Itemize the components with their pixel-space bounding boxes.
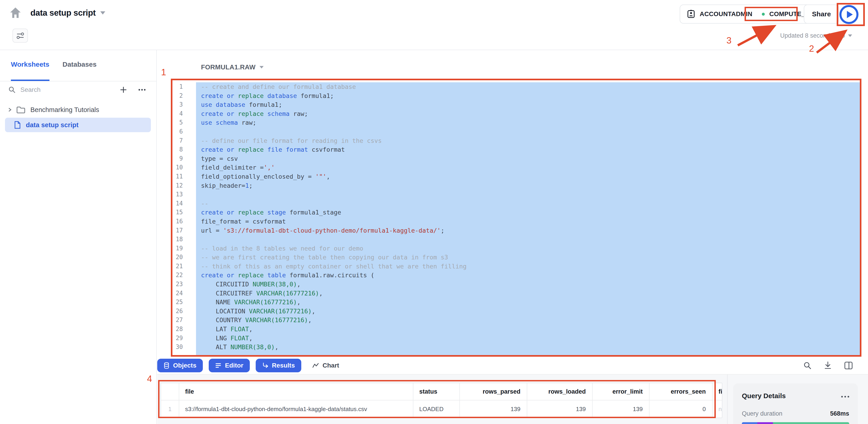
code-text-selected[interactable]: field_optionally_enclosed_by = '"', xyxy=(196,172,860,181)
code-text-selected[interactable]: create or replace schema raw; xyxy=(196,109,860,118)
results-data-row[interactable]: 1s3://formula1-dbt-cloud-python-demo/for… xyxy=(161,400,722,418)
code-text-selected[interactable]: use schema raw; xyxy=(196,118,860,127)
code-text-selected[interactable]: -- xyxy=(196,199,860,208)
code-line[interactable]: 20-- we are first creating the table the… xyxy=(170,253,860,262)
code-text-selected[interactable]: LNG FLOAT, xyxy=(196,334,860,343)
chart-label: Chart xyxy=(322,362,339,369)
code-line[interactable]: 23 CIRCUITID NUMBER(38,0), xyxy=(170,280,860,289)
code-text-selected[interactable]: LAT FLOAT, xyxy=(196,325,860,334)
line-number: 26 xyxy=(170,307,183,316)
code-line[interactable]: 13 xyxy=(170,190,860,199)
code-text-selected[interactable]: create or replace database formula1; xyxy=(196,91,860,100)
line-number: 10 xyxy=(170,163,183,172)
more-options-icon[interactable] xyxy=(138,86,146,94)
split-view-icon[interactable] xyxy=(844,361,853,370)
tab-worksheets[interactable]: Worksheets xyxy=(11,61,50,81)
chart-tab[interactable]: Chart xyxy=(312,362,339,369)
tree-folder-benchmarking-tutorials[interactable]: Benchmarking Tutorials xyxy=(0,103,156,117)
code-line[interactable]: 28 LAT FLOAT, xyxy=(170,325,860,334)
code-text-selected[interactable]: -- load in the 8 tables we need for our … xyxy=(196,244,860,253)
results-button[interactable]: Results xyxy=(256,359,301,372)
code-text-selected[interactable]: CIRCUITID NUMBER(38,0), xyxy=(196,280,860,289)
code-line[interactable]: 5use schema raw; xyxy=(170,118,860,127)
code-line[interactable]: 9type = csv xyxy=(170,154,860,163)
code-line[interactable]: 3use database formula1; xyxy=(170,100,860,109)
code-line[interactable]: 16file_format = csvformat xyxy=(170,217,860,226)
column-header-rows_loaded: rows_loaded xyxy=(527,383,593,400)
code-text-selected[interactable] xyxy=(196,235,860,244)
code-line[interactable]: 18 xyxy=(170,235,860,244)
code-line[interactable]: 15create or replace stage formula1_stage xyxy=(170,208,860,217)
code-line[interactable]: 12skip_header=1; xyxy=(170,181,860,190)
code-text-selected[interactable]: skip_header=1; xyxy=(196,181,860,190)
code-line[interactable]: 21-- think of this as an empty container… xyxy=(170,262,860,271)
worksheet-title-menu[interactable]: data setup script xyxy=(30,8,105,18)
role-label: ACCOUNTADMIN xyxy=(700,10,752,18)
tab-databases[interactable]: Databases xyxy=(63,61,97,81)
warehouse-status-dot xyxy=(762,13,765,15)
role-warehouse-selector[interactable]: ACCOUNTADMIN COMPUTE_WH xyxy=(680,4,823,24)
code-text-selected[interactable]: create or replace file format csvformat xyxy=(196,145,860,154)
home-button[interactable] xyxy=(8,6,23,20)
play-icon xyxy=(847,11,853,18)
editor-button[interactable]: Editor xyxy=(209,359,250,372)
code-text-selected[interactable]: field_delimiter =',' xyxy=(196,163,860,172)
new-worksheet-button[interactable] xyxy=(120,86,127,94)
search-results-icon[interactable] xyxy=(803,361,812,370)
code-line[interactable]: 7-- define our file format for reading i… xyxy=(170,136,860,145)
filters-button[interactable] xyxy=(12,29,28,43)
code-line[interactable]: 6 xyxy=(170,127,860,136)
code-text-selected[interactable]: create or replace stage formula1_stage xyxy=(196,208,860,217)
code-line[interactable]: 1-- create and define our formula1 datab… xyxy=(170,82,860,91)
code-text-selected[interactable]: -- create and define our formula1 databa… xyxy=(196,82,860,91)
code-line[interactable]: 24 CIRCUITREF VARCHAR(16777216), xyxy=(170,289,860,298)
code-line[interactable]: 22create or replace table formula1.raw.c… xyxy=(170,271,860,280)
code-line[interactable]: 19-- load in the 8 tables we need for ou… xyxy=(170,244,860,253)
code-line[interactable]: 30 ALT NUMBER(38,0), xyxy=(170,343,860,352)
return-arrow-icon xyxy=(262,362,268,369)
cell-status: LOADED xyxy=(413,400,460,418)
code-line[interactable]: 4create or replace schema raw; xyxy=(170,109,860,118)
run-button[interactable] xyxy=(839,5,859,24)
code-text-selected[interactable]: use database formula1; xyxy=(196,100,860,109)
sql-editor[interactable]: 1-- create and define our formula1 datab… xyxy=(170,82,860,356)
code-text-selected[interactable] xyxy=(196,190,860,199)
share-button[interactable]: Share xyxy=(804,4,839,24)
tree-item-data-setup-script[interactable]: data setup script xyxy=(5,118,151,132)
line-number: 23 xyxy=(170,280,183,289)
code-text-selected[interactable]: -- we are first creating the table then … xyxy=(196,253,860,262)
code-text-selected[interactable]: CIRCUITREF VARCHAR(16777216), xyxy=(196,289,860,298)
line-number: 2 xyxy=(170,91,183,100)
code-text-selected[interactable]: file_format = csvformat xyxy=(196,217,860,226)
code-line[interactable]: 25 NAME VARCHAR(16777216), xyxy=(170,298,860,307)
code-text-selected[interactable]: url = 's3://formula1-dbt-cloud-python-de… xyxy=(196,226,860,235)
code-text-selected[interactable]: -- think of this as an empty container o… xyxy=(196,262,860,271)
code-line[interactable]: 26 LOCATION VARCHAR(16777216), xyxy=(170,307,860,316)
code-text-selected[interactable]: -- define our file format for reading in… xyxy=(196,136,860,145)
code-line[interactable]: 17url = 's3://formula1-dbt-cloud-python-… xyxy=(170,226,860,235)
panel-toolbar: Objects Editor Results Chart xyxy=(157,357,868,374)
code-text-selected[interactable]: create or replace table formula1.raw.cir… xyxy=(196,271,860,280)
code-line[interactable]: 27 COUNTRY VARCHAR(16777216), xyxy=(170,316,860,325)
code-line-partial[interactable] xyxy=(170,352,860,356)
search-input[interactable] xyxy=(21,86,80,93)
database-context-selector[interactable]: FORMULA1.RAW xyxy=(201,64,264,71)
download-icon[interactable] xyxy=(824,361,832,370)
code-text-selected[interactable]: NAME VARCHAR(16777216), xyxy=(196,298,860,307)
code-line[interactable]: 2create or replace database formula1; xyxy=(170,91,860,100)
code-line[interactable]: 29 LNG FLOAT, xyxy=(170,334,860,343)
code-text-selected[interactable]: type = csv xyxy=(196,154,860,163)
code-text-selected[interactable]: COUNTRY VARCHAR(16777216), xyxy=(196,316,860,325)
updated-status[interactable]: Updated 8 seconds ago xyxy=(780,32,852,39)
objects-button[interactable]: Objects xyxy=(157,359,203,372)
line-number: 28 xyxy=(170,325,183,334)
query-details-menu-icon[interactable] xyxy=(841,394,849,397)
code-text-selected[interactable]: ALT NUMBER(38,0), xyxy=(196,343,860,352)
code-line[interactable]: 11field_optionally_enclosed_by = '"', xyxy=(170,172,860,181)
code-line[interactable]: 8create or replace file format csvformat xyxy=(170,145,860,154)
code-line[interactable]: 14-- xyxy=(170,199,860,208)
duration-bar-segment-2 xyxy=(773,422,849,424)
code-text-selected[interactable]: LOCATION VARCHAR(16777216), xyxy=(196,307,860,316)
code-text-selected[interactable] xyxy=(196,127,860,136)
code-line[interactable]: 10field_delimiter =',' xyxy=(170,163,860,172)
